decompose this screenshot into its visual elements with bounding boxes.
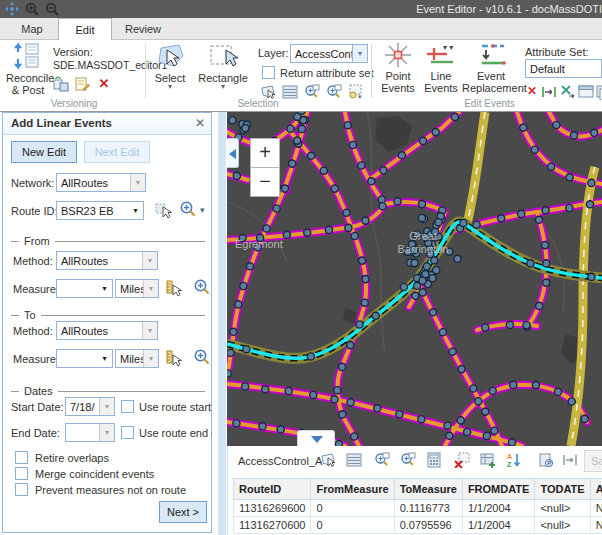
event-point[interactable] (548, 163, 555, 170)
event-point[interactable] (432, 129, 439, 136)
zoom-in-icon[interactable] (25, 2, 39, 16)
event-point[interactable] (475, 398, 482, 405)
event-point[interactable] (542, 207, 549, 214)
table-cell[interactable]: N (590, 517, 602, 534)
event-point[interactable] (246, 263, 253, 270)
event-point[interactable] (429, 309, 436, 316)
use-route-end-date-checkbox[interactable] (121, 426, 134, 439)
event-point[interactable] (394, 198, 401, 205)
event-point[interactable] (419, 137, 426, 144)
event-point[interactable] (520, 124, 527, 131)
sort-az-icon[interactable]: AZ (506, 452, 523, 469)
table-cell[interactable]: 1/1/2004 (462, 517, 535, 534)
event-point[interactable] (287, 125, 294, 132)
event-point[interactable] (460, 219, 467, 226)
event-point[interactable] (570, 132, 577, 139)
new-version-icon[interactable] (74, 76, 92, 92)
event-point[interactable] (345, 224, 352, 231)
event-point[interactable] (362, 217, 369, 224)
to-measure-combo[interactable]: ▾ (56, 349, 113, 368)
event-point[interactable] (418, 416, 425, 423)
to-unit-dropdown[interactable]: Miles ▾ (115, 349, 159, 368)
map-canvas[interactable]: EgremontGreatBarrington (227, 112, 602, 446)
event-point[interactable] (464, 428, 471, 435)
event-point[interactable] (418, 201, 425, 208)
column-header-ac[interactable]: AC (590, 479, 602, 500)
event-point[interactable] (591, 129, 598, 136)
event-point[interactable] (568, 398, 575, 405)
event-point[interactable] (491, 427, 498, 434)
table-cell[interactable]: 0.1116773 (394, 500, 462, 517)
tab-edit[interactable]: Edit (58, 18, 112, 41)
event-point[interactable] (230, 328, 237, 335)
event-point[interactable] (483, 432, 490, 439)
network-dropdown[interactable]: AllRoutes ▾ (56, 173, 146, 192)
event-point[interactable] (307, 353, 314, 360)
rectangle-button[interactable]: Rectangle ▾ (196, 42, 250, 90)
event-point[interactable] (396, 411, 403, 418)
map-view[interactable]: EgremontGreatBarrington + − (227, 112, 602, 446)
event-point[interactable] (294, 137, 301, 144)
event-point[interactable] (581, 415, 588, 422)
use-route-start-date-checkbox[interactable] (121, 400, 134, 413)
event-point[interactable] (586, 201, 593, 208)
event-point[interactable] (262, 386, 269, 393)
event-point[interactable] (349, 141, 356, 148)
event-point[interactable] (310, 391, 317, 398)
collapse-table-button[interactable] (297, 430, 335, 446)
table-cell[interactable]: <null> (535, 517, 590, 534)
event-point[interactable] (419, 277, 426, 284)
to-measure-arrow-icon[interactable]: ▾ (97, 350, 112, 367)
table-cell[interactable]: 11316270600 (234, 517, 311, 534)
event-point[interactable] (273, 205, 280, 212)
from-method-dropdown[interactable]: AllRoutes ▾ (56, 251, 158, 270)
zoom-options-caret-icon[interactable]: ▾ (200, 205, 205, 215)
map-zoom-in-button[interactable]: + (250, 138, 280, 168)
table-select-features-icon[interactable] (320, 452, 337, 469)
table-list-icon[interactable] (346, 452, 363, 469)
event-point[interactable] (419, 289, 426, 296)
column-header-fromdate[interactable]: FROMDATE (462, 479, 535, 500)
event-point[interactable] (588, 179, 595, 186)
event-point[interactable] (518, 210, 525, 217)
end-date-combo[interactable]: ▾ (65, 423, 115, 442)
event-point[interactable] (344, 122, 351, 129)
event-point[interactable] (343, 209, 350, 216)
table-row[interactable]: 1131627060000.07955961/1/2004<null>N (234, 517, 602, 534)
column-header-routeid[interactable]: RouteID (234, 479, 311, 500)
event-point[interactable] (435, 219, 442, 226)
event-point[interactable] (285, 387, 292, 394)
event-point[interactable] (368, 178, 375, 185)
table-zoom-selected-icon[interactable] (374, 452, 391, 469)
event-point[interactable] (446, 432, 453, 439)
reconcile-post-button[interactable]: Reconcile & Post (6, 42, 50, 96)
event-point[interactable] (423, 263, 430, 270)
event-point[interactable] (566, 204, 573, 211)
event-point[interactable] (566, 174, 573, 181)
column-header-frommeasure[interactable]: FromMeasure (311, 479, 394, 500)
select-route-on-map-icon[interactable] (155, 201, 173, 219)
event-point[interactable] (351, 232, 358, 239)
pan-icon[interactable] (5, 2, 19, 16)
event-point[interactable] (259, 423, 266, 430)
event-point[interactable] (334, 387, 341, 394)
table-cell[interactable]: N (590, 500, 602, 517)
map-zoom-out-button[interactable]: − (250, 167, 280, 197)
column-header-tomeasure[interactable]: ToMeasure (394, 479, 462, 500)
next-edit-button[interactable]: Next Edit (84, 141, 150, 163)
event-point[interactable] (243, 346, 250, 353)
panel-splitter[interactable] (212, 112, 227, 535)
event-point[interactable] (289, 160, 296, 167)
event-point[interactable] (233, 172, 240, 179)
event-point[interactable] (439, 329, 446, 336)
event-point[interactable] (473, 221, 480, 228)
event-point[interactable] (400, 283, 407, 290)
event-point[interactable] (331, 185, 338, 192)
event-point[interactable] (298, 112, 305, 115)
event-point[interactable] (554, 388, 561, 395)
event-point[interactable] (242, 125, 249, 132)
tab-map[interactable]: Map (6, 18, 58, 40)
event-replacement-button[interactable]: Event Replacement (462, 42, 520, 94)
event-point[interactable] (359, 257, 366, 264)
event-point[interactable] (372, 312, 379, 319)
